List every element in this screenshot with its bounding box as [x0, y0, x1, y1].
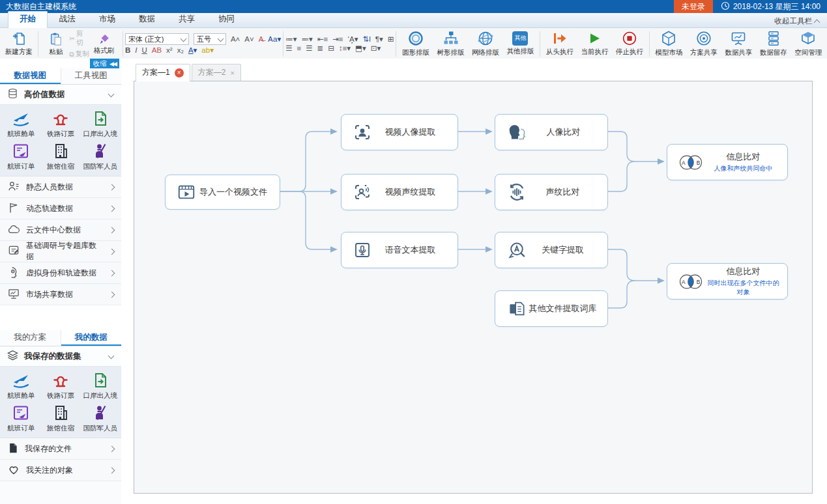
flow-node-info-compare-top[interactable]: AB 信息比对 人像和声纹共同命中 [667, 144, 788, 180]
dataset-item[interactable]: 航班订单 [1, 140, 41, 173]
flow-node-voiceprint-compare[interactable]: 声纹比对 [495, 174, 608, 210]
flow-node-video-face-extract[interactable]: 视频人像提取 [341, 114, 458, 150]
high-value-data-header[interactable]: 高价值数据 [0, 85, 121, 105]
plan-share-button[interactable]: 方案共享 [686, 29, 721, 58]
dataset-item[interactable]: 国防军人员 [80, 140, 120, 173]
shading-button[interactable]: ⬒▾ [355, 45, 366, 53]
my-item[interactable]: 我保存的文件 [0, 438, 121, 460]
flow-canvas[interactable]: 导入一个视频文件 视频人像提取 视频声纹提取 语音文本提取 人像比对 [134, 81, 813, 494]
dataset-item[interactable]: 航班舱单 [1, 107, 41, 140]
dataset-item[interactable]: 航班舱单 [1, 369, 41, 402]
subscript-button[interactable]: x₂ [177, 47, 184, 55]
face-scan-icon [353, 122, 372, 142]
bold-button[interactable]: B [125, 47, 130, 55]
strikethrough-button[interactable]: AB [152, 47, 162, 55]
flow-node-speech-to-text[interactable]: 语音文本提取 [341, 232, 458, 268]
justify-button[interactable]: ≣ [317, 45, 324, 53]
sidebar-collapse-button[interactable]: 收缩 ◀◀ [90, 59, 119, 68]
underline-button[interactable]: U [141, 47, 147, 55]
align-center-button[interactable]: ≡ [297, 45, 302, 53]
plan-tab-2[interactable]: 方案—2 × [192, 64, 241, 81]
run-from-start-button[interactable]: 从头执行 [542, 29, 577, 58]
saved-datasets-header[interactable]: 我保存的数据集 [0, 346, 121, 367]
menu-tab-market[interactable]: 市场 [87, 11, 127, 27]
font-size-select[interactable]: 五号 [194, 33, 226, 45]
data-category-item[interactable]: 基础调研与专题库数据 [0, 241, 121, 262]
clear-format-button[interactable]: A̶ [259, 36, 264, 44]
close-icon[interactable]: × [230, 69, 234, 77]
flag-icon [7, 201, 20, 216]
dataset-item[interactable]: 铁路订票 [41, 107, 81, 140]
font-color-button[interactable]: A▾ [188, 47, 197, 55]
dataset-item[interactable]: 国防军人员 [80, 402, 120, 434]
dataset-item[interactable]: 旅馆住宿 [41, 140, 81, 173]
borders-button[interactable]: ⊡▾ [371, 45, 381, 53]
plan-tab-1[interactable]: 方案—1 × [136, 64, 190, 81]
other-layout-button[interactable]: 其他 其他排版 [503, 29, 538, 58]
outdent-button[interactable]: ⇤≡ [317, 36, 328, 44]
copy-button[interactable]: ⧉ 复制 [69, 49, 89, 59]
data-share-button[interactable]: 数据共享 [721, 29, 756, 58]
model-market-button[interactable]: 模型市场 [652, 29, 686, 58]
run-current-button[interactable]: 当前执行 [577, 29, 612, 58]
run-stop-button[interactable]: 停止执行 [612, 29, 646, 58]
menu-tab-start[interactable]: 开始 [8, 11, 48, 28]
number-list-button[interactable]: ≕▾ [302, 36, 313, 44]
font-name-select[interactable]: 宋体 (正文) [125, 33, 189, 45]
close-icon[interactable]: × [175, 68, 184, 77]
align-right-button[interactable]: ☰ [306, 45, 312, 53]
paste-button[interactable]: 粘贴 [42, 29, 69, 59]
tab-tool-view[interactable]: 工具视图 [61, 68, 122, 84]
circle-layout-button[interactable]: 圆形排版 [398, 29, 433, 58]
menu-tab-data[interactable]: 数据 [127, 11, 167, 27]
my-item[interactable]: 我关注的对象 [0, 460, 121, 481]
flow-node-video-voiceprint-extract[interactable]: 视频声纹提取 [341, 174, 458, 210]
menu-tab-collab[interactable]: 协同 [207, 11, 246, 27]
grow-font-button[interactable]: A˄ [231, 36, 240, 44]
italic-button[interactable]: I [135, 47, 137, 55]
dataset-item[interactable]: 口岸出入境 [80, 107, 120, 140]
cut-button[interactable]: ✂ 剪切 [69, 29, 89, 48]
flow-node-info-compare-bottom[interactable]: AB 信息比对 同时出现在多个文件中的对象 [667, 263, 788, 300]
dataset-item[interactable]: 航班订单 [1, 402, 41, 434]
flow-node-keyword-extract[interactable]: 关键字提取 [495, 232, 608, 268]
shrink-font-button[interactable]: A˅ [244, 36, 254, 44]
bullet-list-button[interactable]: ≔▾ [285, 36, 297, 44]
superscript-button[interactable]: x² [166, 47, 173, 55]
data-category-item[interactable]: 虚拟身份和轨迹数据 [0, 262, 121, 284]
paragraph-mark-button[interactable]: ¶▾ [375, 36, 383, 44]
collapse-toolbar-button[interactable]: 收起工具栏 [775, 16, 820, 26]
table-button[interactable]: ⊞ [388, 36, 394, 44]
tab-data-view[interactable]: 数据视图 [0, 68, 61, 84]
data-category-item[interactable]: 云文件中心数据 [0, 219, 121, 241]
menu-tab-tactics[interactable]: 战法 [48, 11, 87, 27]
network-layout-button[interactable]: 网络排版 [468, 29, 502, 58]
new-plan-button[interactable]: 新建方案 [1, 29, 36, 58]
flow-node-import-video-file[interactable]: 导入一个视频文件 [165, 175, 280, 210]
space-management-button[interactable]: 空间管理 [791, 29, 826, 58]
tab-my-data[interactable]: 我的数据 [61, 330, 122, 346]
tab-my-plans[interactable]: 我的方案 [0, 330, 61, 346]
mic-icon [353, 240, 372, 260]
dataset-item[interactable]: 旅馆住宿 [41, 402, 81, 434]
flow-node-other-files-lexicon[interactable]: 其他文件提取词库 [495, 290, 608, 327]
case-button[interactable]: Ꭺa▾ [268, 36, 281, 44]
spacing-button[interactable]: ʻA̧▾ [348, 36, 358, 44]
data-category-item[interactable]: 市场共享数据 [0, 284, 121, 305]
sort-button[interactable]: ⇅l [363, 36, 371, 44]
distribute-button[interactable]: ⊟ [328, 45, 334, 53]
data-category-item[interactable]: 静态人员数据 [0, 176, 121, 198]
flow-node-face-compare[interactable]: 人像比对 [495, 114, 608, 150]
data-retention-button[interactable]: 数据留存 [756, 29, 791, 58]
dataset-item[interactable]: 铁路订票 [41, 369, 81, 402]
highlight-button[interactable]: ab▾ [201, 47, 214, 55]
login-status-badge[interactable]: 未登录 [674, 0, 713, 13]
align-left-button[interactable]: ☰ [285, 45, 292, 53]
menu-tab-share[interactable]: 共享 [167, 11, 207, 27]
tree-layout-button[interactable]: 树形排版 [433, 29, 468, 58]
dataset-item[interactable]: 口岸出入境 [80, 369, 120, 402]
indent-button[interactable]: ⇥≡ [332, 36, 343, 44]
format-painter-button[interactable]: 格式刷 [89, 29, 119, 59]
data-category-item[interactable]: 动态轨迹数据 [0, 198, 121, 219]
line-spacing-button[interactable]: ↕≡▾ [339, 45, 351, 53]
